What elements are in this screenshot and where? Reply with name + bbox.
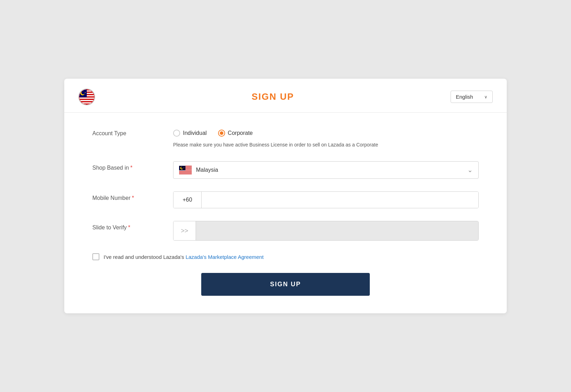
corporate-option[interactable]: Corporate: [218, 130, 253, 137]
account-type-label: Account Type: [92, 127, 173, 137]
slide-verify-widget[interactable]: >>: [173, 221, 479, 241]
form-body: Account Type Individual Corporate Please…: [64, 113, 507, 313]
account-type-control: Individual Corporate Please make sure yo…: [173, 127, 479, 149]
svg-rect-7: [79, 99, 94, 100]
agreement-text: I've read and understood Lazada's Lazada…: [104, 254, 264, 260]
country-code: +60: [173, 192, 202, 208]
mobile-row: Mobile Number* +60: [92, 191, 479, 208]
slide-arrows-icon: >>: [181, 227, 188, 235]
signup-card: SIGN UP English ∨ Account Type Individua…: [64, 79, 507, 313]
chevron-down-icon: ∨: [484, 94, 487, 99]
slide-verify-control: >>: [173, 221, 479, 241]
shop-based-row: Shop Based in*: [92, 161, 479, 179]
svg-point-24: [181, 167, 183, 169]
shop-based-control: Malaysia ⌄: [173, 161, 479, 179]
mobile-input-group: +60: [173, 191, 479, 208]
svg-rect-19: [179, 171, 192, 172]
language-selector[interactable]: English ∨: [451, 91, 493, 103]
corporate-note: Please make sure you have active Busines…: [173, 141, 384, 149]
mobile-required-star: *: [132, 195, 134, 201]
agreement-link[interactable]: Lazada's Marketplace Agreement: [185, 254, 263, 260]
slide-required-star: *: [128, 224, 130, 230]
shop-required-star: *: [130, 165, 132, 171]
mobile-label: Mobile Number*: [92, 191, 173, 201]
agreement-row: I've read and understood Lazada's Lazada…: [92, 253, 479, 260]
corporate-label: Corporate: [228, 130, 253, 136]
corporate-radio[interactable]: [218, 130, 225, 137]
slide-handle[interactable]: >>: [173, 221, 196, 240]
malaysia-flag-icon: [179, 166, 192, 174]
individual-option[interactable]: Individual: [173, 130, 207, 137]
logo-flag-icon: [78, 89, 95, 105]
svg-rect-21: [179, 174, 192, 174]
select-chevron-icon: ⌄: [467, 166, 473, 174]
select-left: Malaysia: [179, 166, 218, 174]
svg-point-12: [81, 91, 85, 94]
shop-based-value: Malaysia: [196, 167, 218, 173]
agreement-checkbox[interactable]: [92, 253, 99, 260]
account-type-row: Account Type Individual Corporate Please…: [92, 127, 479, 149]
page-header: SIGN UP English ∨: [64, 79, 507, 113]
shop-based-select[interactable]: Malaysia ⌄: [173, 161, 479, 179]
svg-rect-20: [179, 172, 192, 173]
individual-label: Individual: [183, 130, 207, 136]
account-type-radio-group: Individual Corporate: [173, 127, 479, 137]
page-title: SIGN UP: [95, 91, 451, 102]
language-label: English: [456, 94, 473, 100]
slide-verify-row: Slide to Verify* >>: [92, 221, 479, 241]
slide-verify-label: Slide to Verify*: [92, 221, 173, 231]
shop-based-label: Shop Based in*: [92, 161, 173, 171]
mobile-control: +60: [173, 191, 479, 208]
slide-track: [196, 221, 478, 240]
phone-input[interactable]: [202, 192, 478, 208]
individual-radio[interactable]: [173, 130, 180, 137]
signup-button[interactable]: SIGN UP: [201, 273, 370, 296]
